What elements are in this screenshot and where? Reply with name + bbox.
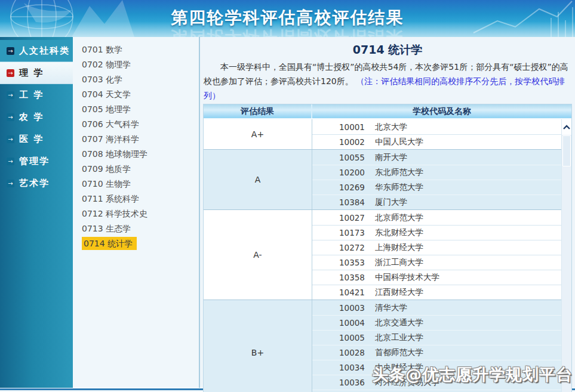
discipline-item-0705[interactable]: 0705 地理学 bbox=[73, 101, 199, 116]
page: 第四轮学科评估高校评估结果 第四轮学科评估高校评估结果 →人文社科类→理 学→工… bbox=[0, 0, 575, 392]
sidebar-item-science[interactable]: →理 学 bbox=[0, 62, 73, 84]
discipline-item-0701[interactable]: 0701 数学 bbox=[73, 42, 199, 57]
watermark-text: 头条@优志愿升学规划平台 bbox=[372, 364, 573, 385]
arrow-right-icon: → bbox=[7, 69, 14, 77]
discipline-item-label: 0708 地球物理学 bbox=[82, 149, 147, 159]
results-table: 评估结果 学校代码及名称 A+10001北京大学10002中国人民大学A1005… bbox=[203, 104, 572, 392]
school-code: 10002 bbox=[339, 137, 368, 147]
discipline-item-0714[interactable]: 0714 统计学 bbox=[73, 236, 199, 251]
arrow-right-icon: → bbox=[7, 47, 14, 55]
school-row: 10384厦门大学 bbox=[312, 195, 561, 209]
school-row: 10004北京交通大学 bbox=[312, 315, 561, 330]
school-name: 江西财经大学 bbox=[375, 287, 423, 298]
school-row: 10027北京师范大学 bbox=[312, 210, 561, 225]
discipline-item-label: 0709 地质学 bbox=[82, 164, 131, 174]
grade-group-1: A10055南开大学10200东北师范大学10269华东师范大学10384厦门大… bbox=[204, 149, 561, 209]
school-code: 10036 bbox=[339, 378, 368, 387]
scrollbar[interactable] bbox=[561, 119, 571, 392]
discipline-item-0704[interactable]: 0704 天文学 bbox=[73, 87, 199, 101]
discipline-item-0710[interactable]: 0710 生物学 bbox=[73, 176, 199, 191]
school-code: 10358 bbox=[339, 273, 368, 282]
school-row: 10005北京工业大学 bbox=[312, 330, 561, 345]
grade-group-0: A+10001北京大学10002中国人民大学 bbox=[204, 119, 561, 149]
discipline-item-0707[interactable]: 0707 海洋科学 bbox=[73, 131, 199, 146]
school-name: 北京交通大学 bbox=[375, 317, 423, 328]
school-row: 10421江西财经大学 bbox=[312, 285, 561, 300]
school-code: 10055 bbox=[339, 153, 368, 162]
discipline-item-label: 0711 系统科学 bbox=[82, 194, 139, 203]
school-name: 上海财经大学 bbox=[375, 242, 423, 253]
scrollbar-thumb[interactable] bbox=[562, 135, 571, 166]
table-header-row: 评估结果 学校代码及名称 bbox=[204, 104, 571, 119]
sidebar-item-label: 管理学 bbox=[19, 156, 50, 167]
intro-paragraph: 本一级学科中，全国具有“博士授权”的高校共54所，本次参评51所；部分具有“硕士… bbox=[204, 60, 571, 103]
header-banner: 第四轮学科评估高校评估结果 第四轮学科评估高校评估结果 bbox=[0, 0, 575, 37]
school-code: 10034 bbox=[339, 363, 368, 372]
school-code: 10005 bbox=[339, 333, 368, 342]
school-row: 10028首都师范大学 bbox=[312, 345, 561, 360]
sidebar-item-label: 工 学 bbox=[19, 89, 44, 101]
school-row: 10002中国人民大学 bbox=[312, 134, 561, 149]
discipline-item-label: 0707 海洋科学 bbox=[82, 134, 139, 144]
grade-label: B+ bbox=[204, 300, 312, 392]
school-row: 10358中国科学技术大学 bbox=[312, 270, 561, 285]
school-name: 东北财经大学 bbox=[375, 227, 423, 238]
column-header-school: 学校代码及名称 bbox=[312, 104, 571, 118]
discipline-item-label: 0714 统计学 bbox=[82, 237, 137, 250]
discipline-item-label: 0712 科学技术史 bbox=[82, 209, 147, 218]
school-code: 10003 bbox=[339, 303, 368, 313]
grade-group-2: A-10027北京师范大学10173东北财经大学10272上海财经大学10353… bbox=[204, 209, 561, 300]
sidebar-item-management[interactable]: →管理学 bbox=[0, 150, 73, 172]
school-row: 10055南开大学 bbox=[312, 150, 561, 165]
sidebar-item-label: 医 学 bbox=[19, 134, 44, 145]
sidebar-item-humanities[interactable]: →人文社科类 bbox=[0, 40, 73, 62]
discipline-item-label: 0701 数学 bbox=[82, 45, 122, 54]
sidebar-item-label: 理 学 bbox=[19, 67, 44, 79]
sidebar-item-label: 艺术学 bbox=[19, 178, 50, 189]
school-name: 东北师范大学 bbox=[375, 167, 423, 178]
school-code: 10269 bbox=[339, 183, 368, 192]
sidebar-item-label: 人文社科类 bbox=[19, 45, 70, 57]
school-row: 10269华东师范大学 bbox=[312, 180, 561, 195]
sidebar-item-label: 农 学 bbox=[19, 112, 44, 123]
school-code: 10173 bbox=[339, 228, 368, 237]
school-row: 10200东北师范大学 bbox=[312, 165, 561, 180]
discipline-item-0703[interactable]: 0703 化学 bbox=[73, 72, 199, 87]
grade-label: A+ bbox=[204, 119, 312, 149]
arrow-right-icon: → bbox=[7, 91, 14, 99]
school-code: 10353 bbox=[339, 258, 368, 267]
discipline-item-label: 0705 地理学 bbox=[82, 104, 131, 114]
school-code: 10004 bbox=[339, 318, 368, 328]
school-name: 首都师范大学 bbox=[375, 347, 423, 358]
school-code: 10027 bbox=[339, 213, 368, 223]
page-title: 第四轮学科评估高校评估结果 bbox=[0, 0, 575, 29]
content-area: →人文社科类→理 学→工 学→农 学→医 学→管理学→艺术学 0701 数学07… bbox=[0, 37, 575, 388]
discipline-item-0713[interactable]: 0713 生态学 bbox=[73, 221, 199, 236]
discipline-item-0708[interactable]: 0708 地球物理学 bbox=[73, 146, 199, 161]
school-code: 10384 bbox=[339, 197, 368, 207]
sidebar-item-agriculture[interactable]: →农 学 bbox=[0, 106, 73, 128]
discipline-item-label: 0710 生物学 bbox=[82, 179, 131, 189]
scroll-up-button[interactable] bbox=[562, 119, 571, 135]
sidebar-item-medicine[interactable]: →医 学 bbox=[0, 128, 73, 150]
discipline-item-0706[interactable]: 0706 大气科学 bbox=[73, 116, 199, 131]
school-list: 10001北京大学10002中国人民大学 bbox=[312, 119, 561, 149]
discipline-title: 0714 统计学 bbox=[201, 42, 574, 58]
discipline-item-0709[interactable]: 0709 地质学 bbox=[73, 161, 199, 176]
school-row: 10272上海财经大学 bbox=[312, 240, 561, 255]
sidebar-item-engineering[interactable]: →工 学 bbox=[0, 84, 73, 106]
discipline-list: 0701 数学0702 物理学0703 化学0704 天文学0705 地理学07… bbox=[73, 37, 199, 388]
discipline-item-0702[interactable]: 0702 物理学 bbox=[73, 57, 199, 72]
school-code: 10421 bbox=[339, 288, 368, 297]
grade-label: A bbox=[204, 150, 312, 209]
school-name: 北京大学 bbox=[375, 122, 407, 132]
school-name: 中国人民大学 bbox=[375, 137, 423, 147]
sidebar-item-arts[interactable]: →艺术学 bbox=[0, 172, 73, 195]
discipline-item-0712[interactable]: 0712 科学技术史 bbox=[73, 206, 199, 221]
discipline-item-0711[interactable]: 0711 系统科学 bbox=[73, 191, 199, 206]
school-code: 10272 bbox=[339, 243, 368, 252]
discipline-item-label: 0713 生态学 bbox=[82, 224, 131, 233]
school-list: 10055南开大学10200东北师范大学10269华东师范大学10384厦门大学 bbox=[312, 150, 561, 209]
discipline-item-label: 0702 物理学 bbox=[82, 60, 131, 69]
school-code: 10200 bbox=[339, 168, 368, 177]
